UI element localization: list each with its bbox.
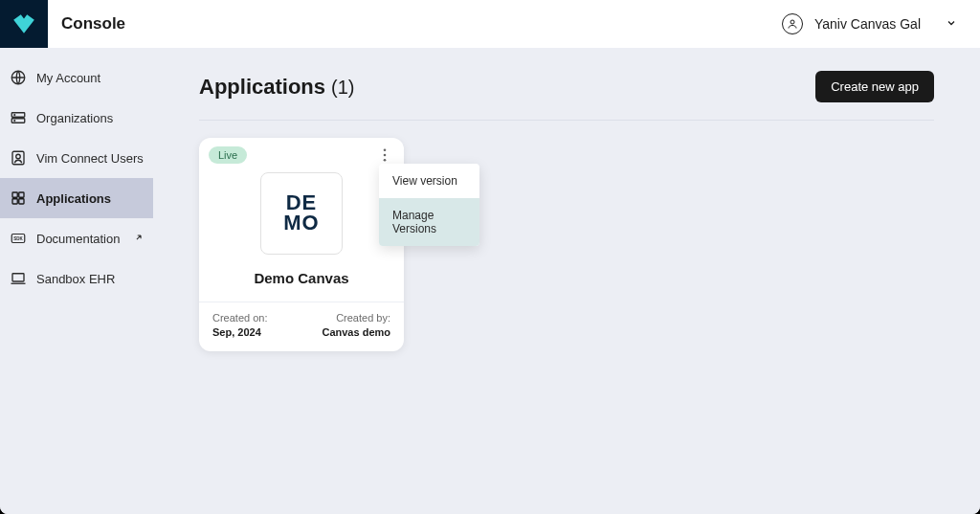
sidebar-item-vim-connect-users[interactable]: Vim Connect Users — [0, 138, 153, 178]
sidebar-item-label: Documentation — [36, 232, 120, 246]
created-by-label: Created by: — [322, 312, 390, 324]
sidebar-item-label: Organizations — [36, 111, 113, 125]
svg-rect-11 — [19, 199, 24, 204]
app-logo: DE MO — [260, 172, 343, 255]
svg-text:SDK: SDK — [13, 236, 23, 241]
svg-rect-10 — [12, 199, 17, 204]
chevron-down-icon — [946, 15, 957, 33]
app-card[interactable]: Live DE MO Demo Canvas — [199, 138, 404, 351]
heart-icon — [11, 11, 36, 36]
status-badge: Live — [209, 146, 247, 164]
sdk-icon: SDK — [10, 230, 27, 247]
svg-rect-8 — [12, 192, 17, 197]
more-menu-button[interactable] — [375, 145, 394, 165]
svg-rect-9 — [19, 192, 24, 197]
card-dropdown-menu: View version Manage Versions — [379, 164, 479, 246]
sidebar-item-applications[interactable]: Applications — [0, 178, 153, 218]
svg-point-16 — [384, 154, 387, 157]
page-count: (1) — [331, 77, 354, 99]
create-new-app-button[interactable]: Create new app — [815, 71, 934, 102]
sidebar-item-label: Sandbox EHR — [36, 272, 115, 286]
svg-rect-14 — [12, 274, 24, 281]
sidebar-item-label: Vim Connect Users — [36, 151, 144, 166]
brand-logo[interactable] — [0, 0, 48, 48]
product-title: Console — [61, 14, 125, 34]
created-on-label: Created on: — [212, 312, 267, 324]
globe-icon — [10, 69, 27, 86]
created-by-value: Canvas demo — [322, 326, 390, 338]
dots-vertical-icon — [383, 148, 387, 162]
created-on-value: Sep, 2024 — [212, 326, 267, 338]
sidebar-item-organizations[interactable]: Organizations — [0, 98, 153, 138]
laptop-icon — [10, 270, 27, 287]
sidebar-item-label: Applications — [36, 191, 111, 206]
user-badge-icon — [10, 149, 27, 167]
page-header: Applications (1) Create new app — [199, 71, 934, 121]
server-icon — [10, 109, 27, 126]
svg-point-0 — [791, 20, 794, 24]
svg-point-7 — [16, 154, 21, 159]
header-left: Console — [0, 0, 125, 48]
svg-point-4 — [14, 115, 15, 116]
dropdown-view-version[interactable]: View version — [379, 164, 479, 198]
apps-icon — [10, 190, 27, 207]
svg-point-17 — [384, 159, 387, 162]
user-menu[interactable]: Yaniv Canvas Gal — [782, 13, 957, 34]
app-name: Demo Canvas — [254, 270, 348, 286]
external-link-icon — [134, 233, 144, 244]
sidebar-item-my-account[interactable]: My Account — [0, 57, 153, 98]
header: Console Yaniv Canvas Gal — [0, 0, 980, 48]
dropdown-manage-versions[interactable]: Manage Versions — [379, 198, 479, 246]
sidebar-item-label: My Account — [36, 71, 100, 85]
user-avatar-icon — [782, 13, 803, 34]
user-name: Yaniv Canvas Gal — [814, 16, 921, 32]
content-area: Applications (1) Create new app Live — [153, 48, 980, 514]
svg-point-15 — [384, 148, 387, 151]
sidebar-item-documentation[interactable]: SDK Documentation — [0, 218, 153, 258]
svg-point-5 — [14, 121, 15, 122]
sidebar: My Account Organizations Vim Connect Use… — [0, 48, 153, 514]
sidebar-item-sandbox-ehr[interactable]: Sandbox EHR — [0, 258, 153, 299]
page-title: Applications — [199, 75, 325, 100]
